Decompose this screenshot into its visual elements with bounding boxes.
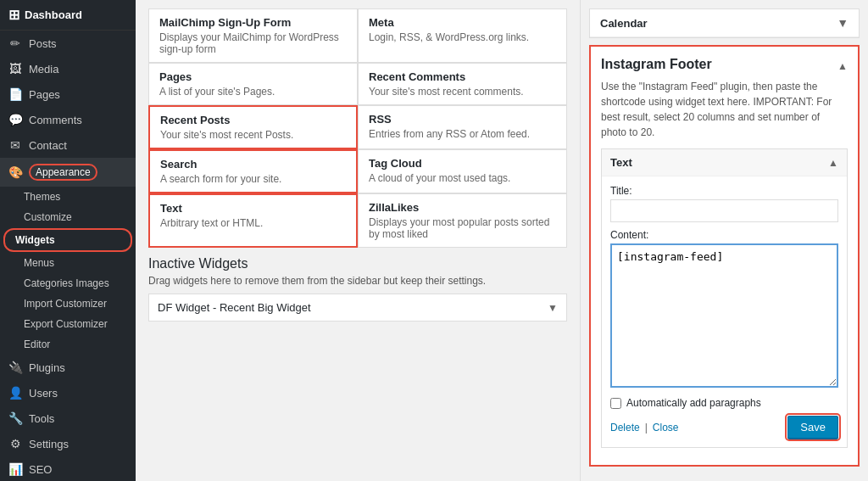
delete-link[interactable]: Delete — [610, 422, 640, 433]
sidebar-sub-categories-images[interactable]: Categories Images — [0, 273, 136, 294]
sidebar-item-media[interactable]: 🖼 Media — [0, 56, 136, 81]
comments-icon: 💬 — [8, 113, 22, 126]
separator: | — [645, 422, 648, 433]
seo-icon: 📊 — [8, 462, 22, 476]
auto-paragraphs-row: Automatically add paragraphs — [610, 397, 838, 409]
sidebar-sub-widgets[interactable]: Widgets — [3, 228, 132, 252]
posts-icon: ✏ — [8, 36, 22, 50]
widget-meta[interactable]: Meta Login, RSS, & WordPress.org links. — [358, 8, 567, 63]
media-icon: 🖼 — [8, 62, 22, 76]
sidebar-item-contact[interactable]: ✉ Contact — [0, 132, 136, 158]
widget-desc: Displays your MailChimp for WordPress si… — [159, 31, 347, 55]
collapse-icon[interactable]: ▲ — [837, 60, 848, 72]
chevron-down-icon: ▼ — [548, 302, 558, 314]
widget-title: Text — [160, 202, 346, 215]
widget-search[interactable]: Search A search form for your site. — [148, 149, 358, 193]
save-button[interactable]: Save — [787, 416, 838, 439]
right-panel: Calendar ▼ Instagram Footer ▲ Use the "I… — [580, 0, 868, 481]
widget-mailchimp[interactable]: MailChimp Sign-Up Form Displays your Mai… — [148, 8, 358, 63]
widget-title: Pages — [159, 70, 347, 83]
pages-icon: 📄 — [8, 87, 22, 101]
widget-title: Tag Cloud — [369, 157, 556, 170]
widget-desc: A list of your site's Pages. — [159, 86, 347, 98]
widget-title: Recent Posts — [160, 114, 346, 126]
sidebar-item-appearance[interactable]: 🎨 Appearance — [0, 158, 136, 187]
close-link[interactable]: Close — [653, 422, 679, 433]
widget-title: ZillaLikes — [369, 201, 556, 214]
content-row: Content: [instagram-feed] — [610, 229, 838, 390]
appearance-icon: 🎨 — [8, 165, 22, 179]
text-widget-header[interactable]: Text ▲ — [602, 149, 847, 176]
text-collapse-icon: ▲ — [828, 157, 838, 169]
text-widget-body: Title: Content: [instagram-feed] Automat… — [602, 176, 847, 447]
sidebar-item-pages[interactable]: 📄 Pages — [0, 81, 136, 107]
text-widget-label: Text — [610, 156, 632, 169]
widget-desc: A search form for your site. — [160, 173, 346, 185]
main-content: MailChimp Sign-Up Form Displays your Mai… — [136, 0, 868, 481]
dashboard-icon: ⊞ — [8, 7, 19, 23]
text-widget-section: Text ▲ Title: Content: [instagram-feed] — [601, 148, 848, 448]
auto-paragraphs-checkbox[interactable] — [610, 398, 621, 409]
sidebar-sub-menus[interactable]: Menus — [0, 253, 136, 273]
inactive-title: Inactive Widgets — [148, 256, 567, 271]
title-row: Title: — [610, 185, 838, 222]
sidebar-sub-editor[interactable]: Editor — [0, 334, 136, 355]
sidebar-item-settings[interactable]: ⚙ Settings — [0, 431, 136, 456]
instagram-footer-title: Instagram Footer — [601, 57, 712, 72]
sidebar-sub-themes[interactable]: Themes — [0, 187, 136, 207]
panel-footer: Delete | Close Save — [610, 416, 838, 439]
sidebar-sub-import-customizer[interactable]: Import Customizer — [0, 294, 136, 314]
instagram-footer-panel: Instagram Footer ▲ Use the "Instagram Fe… — [589, 45, 860, 467]
sidebar-sub-export-customizer[interactable]: Export Customizer — [0, 314, 136, 334]
widget-zillalikes[interactable]: ZillaLikes Displays your most popular po… — [358, 193, 567, 248]
sidebar-header: ⊞ Dashboard — [0, 0, 136, 31]
calendar-section: Calendar ▼ — [589, 8, 860, 38]
widget-desc: Login, RSS, & WordPress.org links. — [369, 31, 556, 43]
title-input[interactable] — [610, 199, 838, 222]
sidebar-item-comments[interactable]: 💬 Comments — [0, 107, 136, 132]
sidebar: ⊞ Dashboard ✏ Posts 🖼 Media 📄 Pages 💬 Co… — [0, 0, 136, 481]
contact-icon: ✉ — [8, 138, 22, 152]
title-label: Title: — [610, 185, 838, 197]
widget-desc: Your site's most recent comments. — [369, 86, 556, 98]
sidebar-sub-customize[interactable]: Customize — [0, 207, 136, 227]
widget-pages[interactable]: Pages A list of your site's Pages. — [148, 63, 358, 105]
chevron-down-icon: ▼ — [837, 16, 849, 30]
inactive-desc: Drag widgets here to remove them from th… — [148, 275, 567, 287]
instagram-footer-desc: Use the "Instagram Feed" plugin, then pa… — [601, 79, 848, 140]
dashboard-label[interactable]: Dashboard — [25, 8, 82, 21]
widget-title: Search — [160, 158, 346, 171]
auto-paragraphs-label: Automatically add paragraphs — [626, 397, 761, 409]
inactive-widgets-section: Inactive Widgets Drag widgets here to re… — [148, 256, 567, 322]
content-label: Content: — [610, 229, 838, 241]
inactive-dropdown-label: DF Widget - Recent Big Widget — [158, 301, 311, 314]
settings-icon: ⚙ — [8, 437, 22, 450]
widget-desc: A cloud of your most used tags. — [369, 172, 556, 184]
sidebar-item-seo[interactable]: 📊 SEO — [0, 456, 136, 481]
users-icon: 👤 — [8, 386, 22, 400]
sidebar-item-users[interactable]: 👤 Users — [0, 380, 136, 405]
appearance-label: Appearance — [29, 164, 97, 181]
widget-recent-posts[interactable]: Recent Posts Your site's most recent Pos… — [148, 105, 358, 149]
widget-desc: Your site's most recent Posts. — [160, 129, 346, 141]
plugins-icon: 🔌 — [8, 361, 22, 374]
widget-text[interactable]: Text Arbitrary text or HTML. — [148, 193, 358, 248]
widget-recent-comments[interactable]: Recent Comments Your site's most recent … — [358, 63, 567, 105]
sidebar-item-plugins[interactable]: 🔌 Plugins — [0, 355, 136, 380]
widget-title: Recent Comments — [369, 70, 556, 83]
content-textarea[interactable]: [instagram-feed] — [610, 243, 838, 388]
sidebar-item-tools[interactable]: 🔧 Tools — [0, 405, 136, 431]
widget-title: MailChimp Sign-Up Form — [159, 16, 347, 29]
sidebar-item-posts[interactable]: ✏ Posts — [0, 31, 136, 56]
tools-icon: 🔧 — [8, 411, 22, 425]
inactive-dropdown[interactable]: DF Widget - Recent Big Widget ▼ — [148, 294, 567, 322]
widget-tag-cloud[interactable]: Tag Cloud A cloud of your most used tags… — [358, 149, 567, 193]
widget-title: RSS — [369, 113, 556, 126]
panel-links: Delete | Close — [610, 422, 679, 433]
widget-rss[interactable]: RSS Entries from any RSS or Atom feed. — [358, 105, 567, 149]
widget-desc: Entries from any RSS or Atom feed. — [369, 128, 556, 140]
calendar-title: Calendar — [600, 17, 648, 30]
calendar-header[interactable]: Calendar ▼ — [590, 9, 859, 37]
widgets-area: MailChimp Sign-Up Form Displays your Mai… — [136, 0, 580, 481]
widget-desc: Arbitrary text or HTML. — [160, 217, 346, 229]
